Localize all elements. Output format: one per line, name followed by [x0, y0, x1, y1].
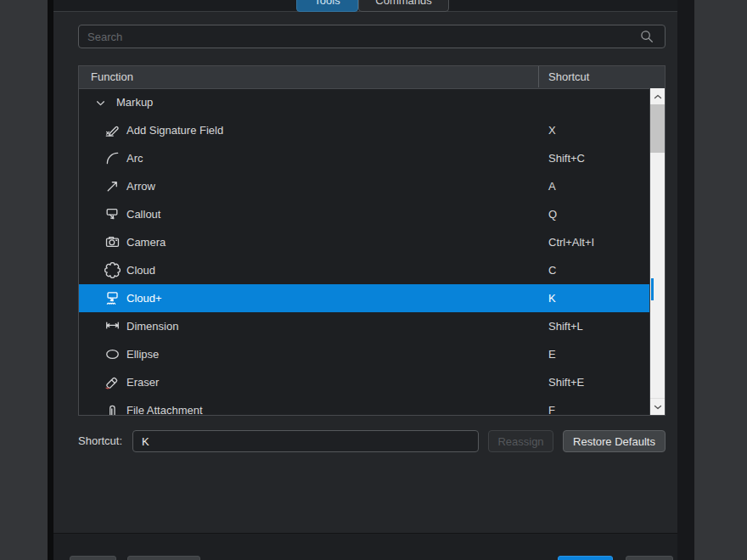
scrollbar-selection-marker: [651, 278, 654, 300]
function-label: File Attachment: [126, 396, 203, 415]
cloud-plus-icon: [104, 290, 121, 306]
dimension-icon: [104, 318, 121, 334]
list-item-arc[interactable]: Arc Shift+C: [79, 144, 649, 172]
shortcuts-list: Markup Add Signature Field X Arc Shift+C: [79, 88, 665, 415]
shortcut-value: Shift+L: [548, 312, 583, 340]
footer-primary-button[interactable]: [558, 556, 613, 560]
column-header-function[interactable]: Function: [91, 66, 133, 87]
footer-button-1[interactable]: [70, 556, 116, 560]
list-item-add-signature-field[interactable]: Add Signature Field X: [79, 116, 649, 144]
cloud-icon: [104, 262, 121, 278]
signature-icon: [104, 122, 121, 138]
scrollbar[interactable]: [649, 88, 665, 415]
list-item-dimension[interactable]: Dimension Shift+L: [79, 312, 649, 340]
tab-commands[interactable]: Commands: [358, 0, 449, 12]
shortcut-value: Shift+E: [548, 368, 584, 396]
function-label: Camera: [126, 228, 166, 256]
dialog-footer: [53, 533, 677, 560]
shortcuts-table: Function Shortcut Markup Add Signature F…: [78, 65, 666, 416]
ellipse-icon: [104, 346, 121, 362]
shortcut-value: Ctrl+Alt+I: [548, 228, 594, 256]
list-item-camera[interactable]: Camera Ctrl+Alt+I: [79, 228, 649, 256]
callout-icon: [104, 206, 121, 222]
eraser-icon: [104, 374, 121, 390]
shortcut-value: E: [548, 340, 556, 368]
footer-button-4[interactable]: [626, 556, 673, 560]
shortcut-value: X: [548, 116, 556, 144]
function-label: Eraser: [126, 368, 159, 396]
function-label: Cloud: [126, 256, 155, 284]
search-input[interactable]: [78, 25, 666, 48]
column-header-shortcut[interactable]: Shortcut: [548, 66, 589, 87]
arc-icon: [104, 150, 121, 166]
list-item-ellipse[interactable]: Ellipse E: [79, 340, 649, 368]
window-right-edge: [677, 0, 694, 560]
group-row-markup[interactable]: Markup: [79, 88, 649, 116]
chevron-down-icon[interactable]: [96, 100, 105, 107]
list-item-cloud[interactable]: Cloud C: [79, 256, 649, 284]
list-item-eraser[interactable]: Eraser Shift+E: [79, 368, 649, 396]
shortcut-editor-input[interactable]: [132, 430, 479, 452]
shortcut-value: K: [548, 284, 556, 312]
shortcut-value: C: [548, 256, 556, 284]
list-item-callout[interactable]: Callout Q: [79, 200, 649, 228]
function-label: Callout: [126, 200, 160, 228]
reassign-button-label: Reassign: [497, 435, 543, 448]
group-label: Markup: [116, 88, 153, 116]
shortcut-editor-label: Shortcut:: [78, 430, 122, 452]
list-item-cloud-plus[interactable]: Cloud+ K: [79, 284, 649, 312]
camera-icon: [104, 234, 121, 250]
scrollbar-down-button[interactable]: [650, 398, 665, 415]
file-attachment-icon: [104, 402, 121, 415]
scrollbar-thumb[interactable]: [650, 104, 665, 153]
restore-defaults-button[interactable]: Restore Defaults: [563, 430, 666, 452]
shortcut-value: Shift+C: [548, 144, 585, 172]
list-item-file-attachment[interactable]: File Attachment F: [79, 396, 649, 415]
tab-tools-label: Tools: [314, 0, 340, 7]
scrollbar-up-button[interactable]: [650, 88, 665, 105]
function-label: Arc: [126, 144, 143, 172]
list-item-arrow[interactable]: Arrow A: [79, 172, 649, 200]
screen: Tools Commands Function Shortcut Markup: [0, 0, 747, 560]
magnifier-icon: [639, 29, 654, 44]
tab-commands-label: Commands: [375, 0, 431, 7]
function-label: Ellipse: [126, 340, 159, 368]
shortcut-value: Q: [548, 200, 557, 228]
footer-button-2[interactable]: [127, 556, 200, 560]
restore-defaults-button-label: Restore Defaults: [573, 435, 655, 448]
shortcut-value: A: [548, 172, 556, 200]
function-label: Dimension: [126, 312, 178, 340]
function-label: Cloud+: [126, 284, 162, 312]
function-label: Arrow: [126, 172, 155, 200]
function-label: Add Signature Field: [126, 116, 223, 144]
reassign-button[interactable]: Reassign: [488, 430, 553, 452]
table-header: Function Shortcut: [79, 66, 665, 89]
column-divider[interactable]: [538, 66, 539, 87]
tab-tools[interactable]: Tools: [296, 0, 358, 12]
shortcut-value: F: [548, 396, 555, 415]
window-left-edge: [48, 0, 53, 560]
arrow-icon: [104, 178, 121, 194]
